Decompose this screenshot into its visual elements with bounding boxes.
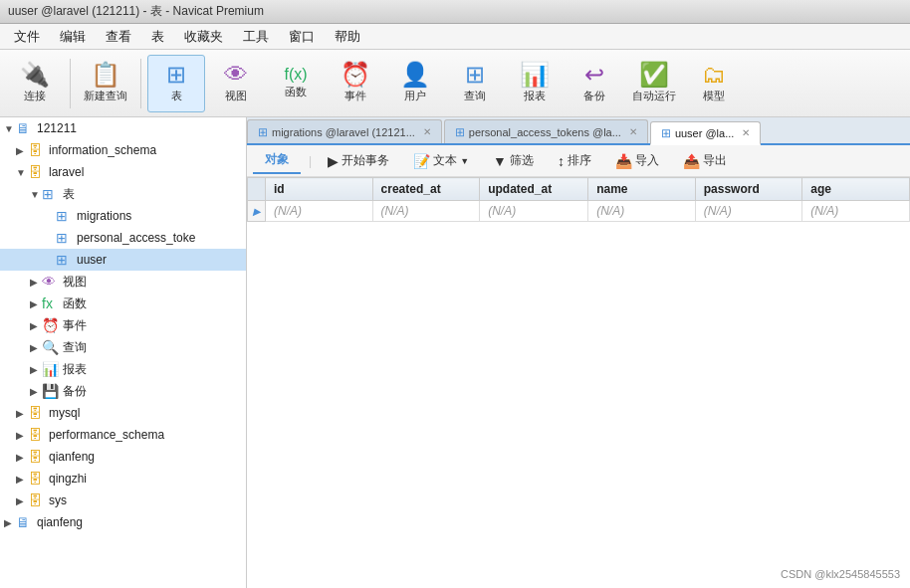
- view-icon: 👁: [224, 63, 248, 87]
- toolbar-btn-autorun[interactable]: ✅ 自动运行: [625, 55, 683, 112]
- arrow-icon: ▼: [4, 123, 16, 134]
- function-label: 函数: [285, 85, 307, 99]
- information_schema-label: information_schema: [49, 143, 156, 157]
- toolbar-btn-user[interactable]: 👤 用户: [386, 55, 444, 112]
- obj-btn-import[interactable]: 📥 导入: [607, 149, 667, 172]
- tree-item-qianfeng[interactable]: ▶ 🗄 qianfeng: [0, 446, 246, 468]
- toolbar-btn-connect[interactable]: 🔌 连接: [6, 55, 64, 112]
- cell-0-3[interactable]: (N/A): [588, 201, 696, 222]
- tab-close-icon[interactable]: ✕: [423, 126, 431, 137]
- col-header-created_at[interactable]: created_at: [372, 178, 480, 201]
- toolbar-btn-table[interactable]: ⊞ 表: [147, 55, 205, 112]
- tree-item-migrations[interactable]: ⊞ migrations: [0, 205, 246, 227]
- autorun-label: 自动运行: [632, 89, 676, 103]
- col-header-updated_at[interactable]: updated_at: [480, 178, 588, 201]
- obj-btn-start-transaction[interactable]: ▶ 开始事务: [320, 149, 397, 172]
- col-header-marker: [248, 178, 266, 201]
- tree-item-mysql[interactable]: ▶ 🗄 mysql: [0, 402, 246, 424]
- tree-item-performance_schema[interactable]: ▶ 🗄 performance_schema: [0, 424, 246, 446]
- toolbar-btn-event[interactable]: ⏰ 事件: [327, 55, 384, 112]
- text-label: 文本: [433, 152, 457, 169]
- table-row[interactable]: ▶(N/A)(N/A)(N/A)(N/A)(N/A)(N/A): [248, 201, 910, 222]
- cell-0-4[interactable]: (N/A): [695, 201, 802, 222]
- report-label: 报表: [524, 89, 546, 103]
- tree-item-views_group[interactable]: ▶ 👁 视图: [0, 271, 246, 293]
- tree-item-personal_access_toke[interactable]: ⊞ personal_access_toke: [0, 227, 246, 249]
- functions_group-label: 函数: [63, 295, 87, 312]
- toolbar-btn-function[interactable]: f(x) 函数: [267, 55, 325, 112]
- cell-0-0[interactable]: (N/A): [266, 201, 373, 222]
- tab-tab-personal[interactable]: ⊞ personal_access_tokens @la... ✕: [444, 119, 648, 143]
- views_group-label: 视图: [63, 274, 87, 291]
- qianfeng-icon: 🗄: [28, 449, 46, 465]
- tab-icon: ⊞: [661, 126, 671, 140]
- content-area: ⊞ migrations @laravel (12121... ✕ ⊞ pers…: [247, 117, 910, 588]
- toolbar-btn-report[interactable]: 📊 报表: [506, 55, 564, 112]
- toolbar-btn-query[interactable]: ⊞ 查询: [446, 55, 504, 112]
- tree-item-backup_group[interactable]: ▶ 💾 备份: [0, 380, 246, 402]
- tab-close-icon[interactable]: ✕: [742, 127, 750, 138]
- toolbar-btn-view[interactable]: 👁 视图: [207, 55, 265, 112]
- tree-item-tables_group[interactable]: ▼ ⊞ 表: [0, 183, 246, 205]
- col-header-name[interactable]: name: [588, 178, 696, 201]
- menu-item-查看[interactable]: 查看: [96, 25, 141, 49]
- cell-0-5[interactable]: (N/A): [802, 201, 910, 222]
- qianfeng2-label: qianfeng: [37, 515, 83, 529]
- obj-btn-text[interactable]: 📝 文本 ▼: [405, 149, 477, 172]
- arrow-icon: ▶: [30, 342, 42, 353]
- col-header-age[interactable]: age: [802, 178, 910, 201]
- personal_access_toke-label: personal_access_toke: [77, 231, 195, 245]
- toolbar-btn-model[interactable]: 🗂 模型: [685, 55, 743, 112]
- tab-tab-uuser[interactable]: ⊞ uuser @la... ✕: [650, 121, 761, 145]
- tree-item-uuser[interactable]: ⊞ uuser: [0, 249, 246, 271]
- col-header-password[interactable]: password: [695, 178, 802, 201]
- obj-btn-sort[interactable]: ↕ 排序: [550, 149, 599, 172]
- sort-label: 排序: [568, 152, 591, 169]
- table-label: 表: [171, 89, 182, 103]
- cell-0-2[interactable]: (N/A): [480, 201, 588, 222]
- reports_group-label: 报表: [63, 361, 87, 378]
- export-label: 导出: [703, 152, 727, 169]
- tab-icon: ⊞: [455, 125, 465, 139]
- tree-item-laravel[interactable]: ▼ 🗄 laravel: [0, 161, 246, 183]
- tree-item-sys[interactable]: ▶ 🗄 sys: [0, 490, 246, 511]
- tree-item-reports_group[interactable]: ▶ 📊 报表: [0, 358, 246, 380]
- tree-item-information_schema[interactable]: ▶ 🗄 information_schema: [0, 139, 246, 161]
- menu-item-收藏夹[interactable]: 收藏夹: [174, 25, 233, 49]
- menu-item-帮助[interactable]: 帮助: [325, 25, 370, 49]
- arrow-icon: ▶: [4, 517, 16, 528]
- tree-item-functions_group[interactable]: ▶ fx 函数: [0, 293, 246, 314]
- qianfeng2-icon: 🖥: [16, 514, 34, 530]
- obj-btn-export[interactable]: 📤 导出: [675, 149, 735, 172]
- tree-item-events_group[interactable]: ▶ ⏰ 事件: [0, 314, 246, 336]
- start-transaction-icon: ▶: [328, 153, 339, 169]
- tree-item-qingzhi[interactable]: ▶ 🗄 qingzhi: [0, 468, 246, 490]
- tree-item-qianfeng2[interactable]: ▶ 🖥 qianfeng: [0, 511, 246, 533]
- tree-item-server[interactable]: ▼ 🖥 121211: [0, 117, 246, 139]
- model-label: 模型: [703, 89, 725, 103]
- autorun-icon: ✅: [639, 63, 669, 87]
- laravel-label: laravel: [49, 165, 84, 179]
- event-icon: ⏰: [341, 63, 370, 87]
- obj-tab-object[interactable]: 对象: [253, 147, 301, 174]
- view-label: 视图: [225, 89, 247, 103]
- menu-item-编辑[interactable]: 编辑: [50, 25, 96, 49]
- col-header-id[interactable]: id: [266, 178, 373, 201]
- menu-item-窗口[interactable]: 窗口: [279, 25, 325, 49]
- toolbar-separator: [140, 59, 141, 108]
- cell-0-1[interactable]: (N/A): [372, 201, 480, 222]
- toolbar-btn-backup[interactable]: ↩ 备份: [566, 55, 623, 112]
- tab-close-icon[interactable]: ✕: [629, 126, 637, 137]
- tab-tab-migrations[interactable]: ⊞ migrations @laravel (12121... ✕: [247, 119, 442, 143]
- menu-item-文件[interactable]: 文件: [4, 25, 50, 49]
- menu-item-表[interactable]: 表: [141, 25, 174, 49]
- tree-item-queries_group[interactable]: ▶ 🔍 查询: [0, 336, 246, 358]
- query-label: 查询: [464, 89, 486, 103]
- menu-item-工具[interactable]: 工具: [233, 25, 279, 49]
- tables_group-icon: ⊞: [42, 186, 60, 202]
- title-bar: uuser @laravel (121211) - 表 - Navicat Pr…: [0, 0, 910, 24]
- sidebar: ▼ 🖥 121211 ▶ 🗄 information_schema ▼ 🗄 la…: [0, 117, 247, 588]
- mysql-icon: 🗄: [28, 405, 46, 421]
- obj-btn-filter[interactable]: ▼ 筛选: [485, 149, 542, 172]
- toolbar-btn-new-query[interactable]: 📋 新建查询: [77, 55, 134, 112]
